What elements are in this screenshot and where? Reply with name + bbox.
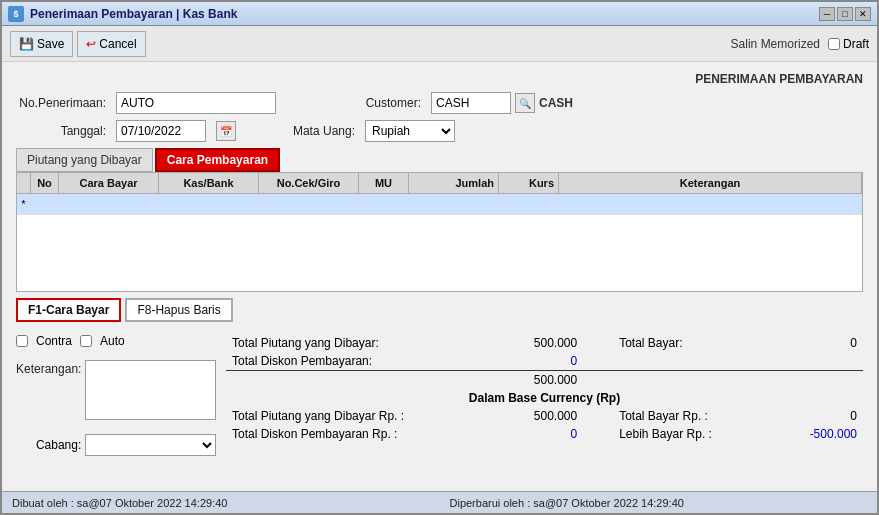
f8-hapus-baris-button[interactable]: F8-Hapus Baris	[125, 298, 232, 322]
total-piutang-label: Total Piutang yang Dibayar:	[226, 334, 475, 352]
lebih-bayar-rp-label: Lebih Bayar Rp. :	[613, 425, 755, 443]
row-kas-bank[interactable]	[159, 194, 259, 214]
summary-row-base-currency: Dalam Base Currency (Rp)	[226, 389, 863, 407]
form-row-1: No.Penerimaan: Customer: 🔍 CASH	[16, 92, 863, 114]
row-jumlah[interactable]	[409, 194, 499, 214]
app-icon: $	[8, 6, 24, 22]
col-no-cek-header: No.Cek/Giro	[259, 173, 359, 193]
lebih-bayar-rp-value: -500.000	[755, 425, 863, 443]
auto-checkbox[interactable]	[80, 335, 92, 347]
window-controls: ─ □ ✕	[819, 7, 871, 21]
keterangan-textarea[interactable]	[85, 360, 216, 420]
cancel-button[interactable]: ↩ Cancel	[77, 31, 145, 57]
table-header: No Cara Bayar Kas/Bank No.Cek/Giro MU Ju…	[17, 173, 862, 194]
draft-label: Draft	[843, 37, 869, 51]
main-window: $ Penerimaan Pembayaran | Kas Bank ─ □ ✕…	[0, 0, 879, 515]
row-kurs[interactable]	[499, 194, 559, 214]
customer-section: 🔍 CASH	[431, 92, 573, 114]
cabang-row: Cabang:	[16, 434, 216, 456]
draft-checkbox[interactable]	[828, 38, 840, 50]
f1-cara-bayar-button[interactable]: F1-Cara Bayar	[16, 298, 121, 322]
col-jumlah-header: Jumlah	[409, 173, 499, 193]
customer-name-display: CASH	[539, 96, 573, 110]
save-label: Save	[37, 37, 64, 51]
no-penerimaan-label: No.Penerimaan:	[16, 96, 106, 110]
col-star	[17, 173, 31, 193]
row-no	[31, 194, 59, 214]
no-penerimaan-input[interactable]	[116, 92, 276, 114]
total-piutang-value: 500.000	[475, 334, 583, 352]
status-bar: Dibuat oleh : sa@07 Oktober 2022 14:29:4…	[2, 491, 877, 513]
summary-table: Total Piutang yang Dibayar: 500.000 Tota…	[226, 334, 863, 443]
total-diskon-label: Total Diskon Pembayaran:	[226, 352, 475, 371]
toolbar-right: Salin Memorized Draft	[731, 37, 869, 51]
minimize-button[interactable]: ─	[819, 7, 835, 21]
cancel-label: Cancel	[99, 37, 136, 51]
total-diskon-value: 0	[475, 352, 583, 371]
bottom-area: Contra Auto Keterangan: Cabang: Total	[16, 334, 863, 456]
save-button[interactable]: 💾 Save	[10, 31, 73, 57]
form-area: PENERIMAAN PEMBAYARAN No.Penerimaan: Cus…	[2, 62, 877, 491]
col-no-header: No	[31, 173, 59, 193]
left-bottom: Contra Auto Keterangan: Cabang:	[16, 334, 216, 456]
tab-cara-pembayaran[interactable]: Cara Pembayaran	[155, 148, 280, 172]
tanggal-input[interactable]	[116, 120, 206, 142]
summary-row-total-piutang: Total Piutang yang Dibayar: 500.000 Tota…	[226, 334, 863, 352]
maximize-button[interactable]: □	[837, 7, 853, 21]
salin-memorized-label: Salin Memorized	[731, 37, 820, 51]
mata-uang-label: Mata Uang:	[290, 124, 355, 138]
col-kas-bank-header: Kas/Bank	[159, 173, 259, 193]
created-status: Dibuat oleh : sa@07 Oktober 2022 14:29:4…	[12, 497, 430, 509]
cancel-icon: ↩	[86, 37, 96, 51]
col-mu-header: MU	[359, 173, 409, 193]
toolbar: 💾 Save ↩ Cancel Salin Memorized Draft	[2, 26, 877, 62]
customer-code-input[interactable]	[431, 92, 511, 114]
subtotal-value: 500.000	[475, 371, 583, 390]
calendar-icon[interactable]: 📅	[216, 121, 236, 141]
title-bar: $ Penerimaan Pembayaran | Kas Bank ─ □ ✕	[2, 2, 877, 26]
total-diskon-rp-value: 0	[475, 425, 583, 443]
summary-row-diskon: Total Diskon Pembayaran: 0	[226, 352, 863, 371]
close-button[interactable]: ✕	[855, 7, 871, 21]
cabang-label: Cabang:	[16, 438, 81, 452]
col-keterangan-header: Keterangan	[559, 173, 862, 193]
total-bayar-label: Total Bayar:	[613, 334, 755, 352]
total-piutang-rp-value: 500.000	[475, 407, 583, 425]
tabs-area: Piutang yang Dibayar Cara Pembayaran	[16, 148, 863, 172]
table-row-new: *	[17, 194, 862, 215]
col-cara-bayar-header: Cara Bayar	[59, 173, 159, 193]
draft-checkbox-container: Draft	[828, 37, 869, 51]
form-row-2: Tanggal: 📅 Mata Uang: Rupiah USD EUR	[16, 120, 863, 142]
row-mu[interactable]	[359, 194, 409, 214]
base-currency-label: Dalam Base Currency (Rp)	[226, 389, 863, 407]
auto-label: Auto	[100, 334, 125, 348]
right-bottom: Total Piutang yang Dibayar: 500.000 Tota…	[226, 334, 863, 456]
summary-row-subtotal: 500.000	[226, 371, 863, 390]
tab-cara-pembayaran-label: Cara Pembayaran	[167, 153, 268, 167]
customer-label: Customer:	[356, 96, 421, 110]
cabang-select[interactable]	[85, 434, 216, 456]
mata-uang-select[interactable]: Rupiah USD EUR	[365, 120, 455, 142]
total-bayar-value: 0	[755, 334, 863, 352]
payment-table: No Cara Bayar Kas/Bank No.Cek/Giro MU Ju…	[16, 172, 863, 292]
total-piutang-rp-label: Total Piutang yang Dibayar Rp. :	[226, 407, 475, 425]
contra-checkbox[interactable]	[16, 335, 28, 347]
row-keterangan[interactable]	[559, 194, 862, 214]
action-buttons: F1-Cara Bayar F8-Hapus Baris	[16, 298, 863, 322]
row-no-cek[interactable]	[259, 194, 359, 214]
contra-label: Contra	[36, 334, 72, 348]
row-cara-bayar[interactable]	[59, 194, 159, 214]
page-title: PENERIMAAN PEMBAYARAN	[16, 72, 863, 86]
tab-piutang-label: Piutang yang Dibayar	[27, 153, 142, 167]
tab-piutang[interactable]: Piutang yang Dibayar	[16, 148, 153, 172]
window-title: Penerimaan Pembayaran | Kas Bank	[30, 7, 819, 21]
checkbox-row: Contra Auto	[16, 334, 216, 348]
updated-status: Diperbarui oleh : sa@07 Oktober 2022 14:…	[450, 497, 868, 509]
save-icon: 💾	[19, 37, 34, 51]
total-diskon-rp-label: Total Diskon Pembayaran Rp. :	[226, 425, 475, 443]
customer-search-button[interactable]: 🔍	[515, 93, 535, 113]
keterangan-row: Keterangan:	[16, 360, 216, 420]
summary-row-piutang-rp: Total Piutang yang Dibayar Rp. : 500.000…	[226, 407, 863, 425]
total-bayar-rp-label: Total Bayar Rp. :	[613, 407, 755, 425]
col-kurs-header: Kurs	[499, 173, 559, 193]
